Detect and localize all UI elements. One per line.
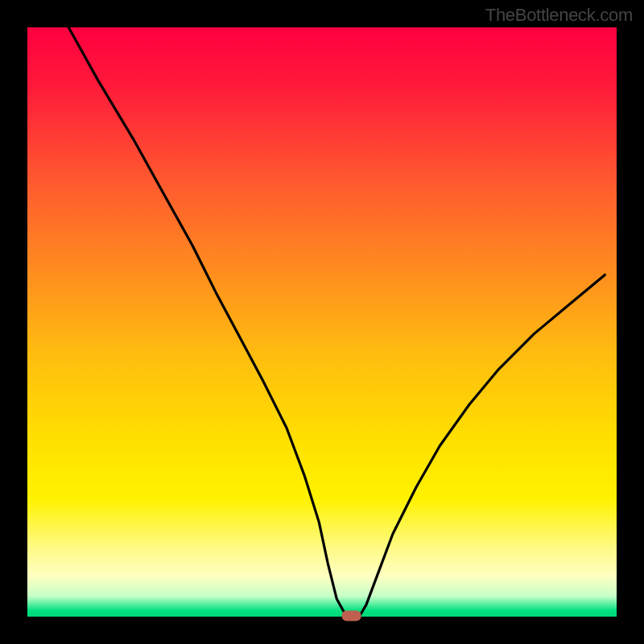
plot-background	[27, 27, 617, 617]
chart-container	[0, 0, 644, 644]
optimal-marker	[342, 611, 361, 621]
bottleneck-chart	[0, 0, 644, 644]
watermark-text: TheBottleneck.com	[485, 5, 633, 26]
